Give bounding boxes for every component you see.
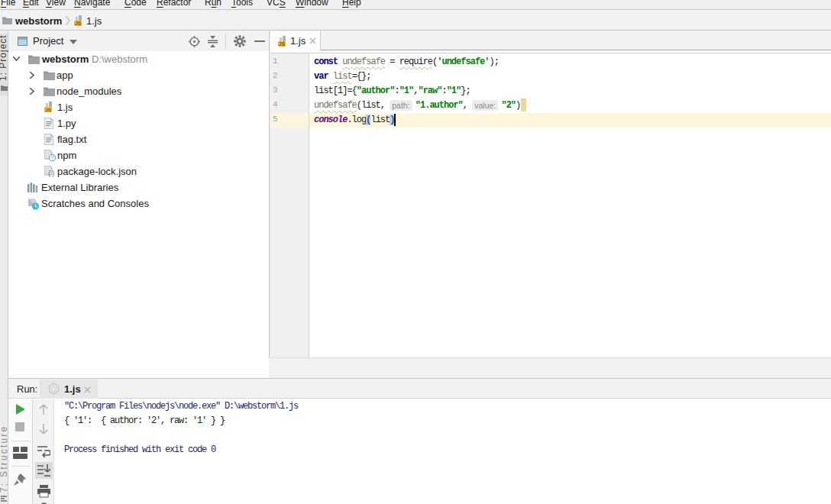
svg-text:?: ? bbox=[50, 154, 54, 161]
svg-text:JS: JS bbox=[45, 108, 50, 112]
svg-text:JS: JS bbox=[279, 41, 286, 47]
svg-text:{): {) bbox=[47, 170, 55, 177]
svg-text:JS: JS bbox=[75, 21, 82, 26]
